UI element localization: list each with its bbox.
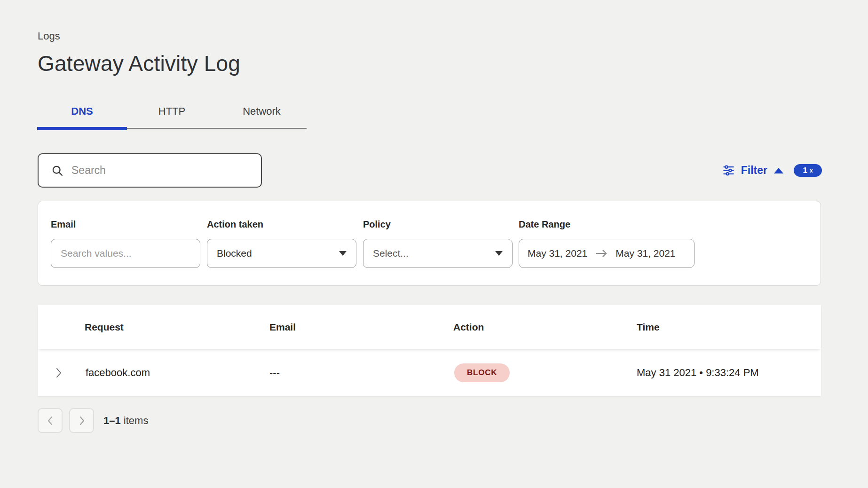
tab-http[interactable]: HTTP (127, 101, 217, 130)
search-icon (51, 164, 64, 177)
chevron-right-icon (78, 415, 86, 427)
chevron-down-icon (495, 251, 503, 256)
date-range-picker[interactable]: May 31, 2021 May 31, 2021 (519, 239, 694, 268)
items-range: 1–1 (103, 415, 121, 426)
search-box (38, 153, 262, 188)
search-input[interactable] (64, 164, 261, 177)
column-header-time: Time (637, 305, 660, 349)
gateway-activity-log-page: Logs Gateway Activity Log DNS HTTP Netwo… (0, 0, 868, 488)
table-header: Request Email Action Time (38, 305, 821, 349)
filter-clear: x (810, 167, 813, 174)
filter-panel: Email Action taken Blocked Policy Select… (38, 201, 821, 286)
previous-page-button[interactable] (38, 408, 63, 433)
column-header-request: Request (85, 305, 124, 349)
email-filter-control (51, 239, 200, 268)
action-taken-select[interactable]: Blocked (207, 239, 356, 268)
block-action-badge: BLOCK (454, 363, 510, 382)
filter-toggle[interactable]: Filter 1 x (722, 153, 822, 188)
filter-field-date-range: Date Range May 31, 2021 May 31, 2021 (519, 201, 694, 285)
cell-action: BLOCK (454, 349, 510, 396)
column-header-email: Email (269, 305, 296, 349)
action-taken-value: Blocked (217, 248, 252, 259)
row-expand-chevron-icon[interactable] (55, 349, 63, 396)
filter-field-action-taken: Action taken Blocked (207, 201, 356, 285)
pagination: 1–1 items (38, 408, 148, 433)
filter-field-email: Email (51, 201, 200, 285)
policy-filter-label: Policy (363, 219, 391, 230)
activity-table: Request Email Action Time facebook.com -… (38, 305, 821, 396)
date-range-filter-label: Date Range (519, 219, 570, 230)
email-filter-label: Email (51, 219, 76, 230)
filter-count: 1 (803, 166, 807, 175)
email-filter-input[interactable] (51, 239, 200, 268)
tab-dns[interactable]: DNS (37, 101, 127, 130)
cell-request: facebook.com (86, 349, 150, 396)
action-taken-filter-label: Action taken (207, 219, 263, 230)
table-row[interactable]: facebook.com --- BLOCK May 31 2021 • 9:3… (38, 349, 821, 396)
chevron-down-icon (339, 251, 347, 256)
filter-label: Filter (741, 164, 767, 177)
filter-field-policy: Policy Select... (363, 201, 513, 285)
filter-count-badge[interactable]: 1 x (794, 164, 822, 177)
sliders-icon (722, 164, 735, 177)
policy-value: Select... (373, 248, 409, 259)
date-range-end: May 31, 2021 (615, 248, 675, 259)
tab-bar: DNS HTTP Network (37, 101, 308, 130)
items-label: items (124, 415, 149, 426)
arrow-right-icon (595, 249, 608, 258)
items-count: 1–1 items (103, 415, 148, 427)
column-header-action: Action (453, 305, 484, 349)
chevron-left-icon (46, 415, 55, 427)
page-title: Gateway Activity Log (38, 51, 240, 76)
cell-email: --- (269, 349, 280, 396)
chevron-up-icon (774, 168, 783, 173)
breadcrumb: Logs (38, 30, 60, 42)
policy-select[interactable]: Select... (363, 239, 513, 268)
date-range-start: May 31, 2021 (528, 248, 587, 259)
tab-network[interactable]: Network (217, 101, 307, 130)
cell-time: May 31 2021 • 9:33:24 PM (637, 349, 759, 396)
next-page-button[interactable] (69, 408, 94, 433)
